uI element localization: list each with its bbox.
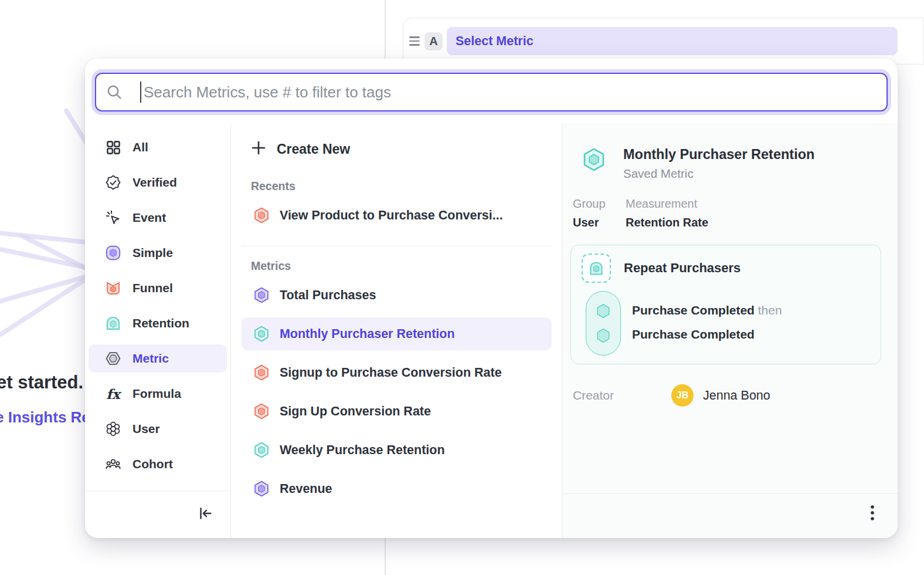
recent-item-label: View Product to Purchase Conversi... — [280, 208, 503, 223]
create-new-button[interactable]: Create New — [242, 131, 552, 167]
plus-icon — [251, 140, 266, 158]
metric-hexagon-icon — [253, 402, 270, 420]
sidebar-item-funnel[interactable]: Funnel — [89, 274, 227, 302]
metric-item-total-purchases[interactable]: Total Purchases — [242, 279, 552, 312]
metric-item-label: Signup to Purchase Conversion Rate — [280, 366, 502, 380]
group-label: Group — [573, 197, 626, 211]
metric-item-monthly-purchaser-retention[interactable]: Monthly Purchaser Retention — [242, 317, 552, 350]
sidebar-item-label: Event — [133, 211, 166, 225]
user-cluster-icon — [104, 420, 122, 438]
collapse-sidebar-button[interactable] — [196, 505, 214, 525]
search-icon — [106, 83, 123, 103]
sidebar-item-label: Verified — [133, 175, 177, 190]
sidebar-item-verified[interactable]: Verified — [89, 168, 227, 197]
retention-steps-pill — [586, 291, 621, 356]
sidebar-item-label: Metric — [133, 351, 169, 366]
retention-definition-icon — [582, 253, 611, 283]
metric-item-revenue[interactable]: Revenue — [242, 472, 552, 505]
metric-picker-modal: All Verified — [85, 59, 898, 538]
metric-hexagon-icon — [253, 286, 270, 304]
creator-label: Creator — [573, 388, 661, 402]
sidebar-item-all[interactable]: All — [89, 133, 227, 161]
definition-step-1: Purchase Completed then — [632, 303, 782, 317]
funnel-hexagon-icon — [253, 207, 270, 224]
filter-sidebar: All Verified — [85, 123, 231, 538]
definition-step-2: Purchase Completed — [632, 327, 755, 341]
creator-avatar: JB — [671, 384, 694, 407]
sidebar-item-label: User — [133, 422, 160, 436]
select-metric-button[interactable]: Select Metric — [447, 27, 898, 55]
recent-item[interactable]: View Product to Purchase Conversi... — [242, 199, 552, 232]
sidebar-item-simple[interactable]: Simple — [89, 239, 227, 267]
detail-type: Saved Metric — [623, 167, 814, 181]
metric-item-label: Total Purchases — [280, 288, 376, 303]
sidebar-item-label: All — [133, 140, 148, 154]
sidebar-item-label: Cohort — [133, 457, 173, 471]
sidebar-item-label: Funnel — [133, 281, 173, 295]
series-a-badge: A — [424, 32, 443, 50]
simple-report-icon — [104, 244, 122, 262]
definition-name: Repeat Purchasers — [624, 261, 740, 276]
background-insights-link-fragment[interactable]: e Insights Re — [0, 408, 90, 427]
metric-hexagon-icon — [253, 441, 270, 459]
kebab-menu-button[interactable] — [869, 503, 875, 529]
verified-badge-icon — [104, 174, 122, 191]
metric-bar-card: A Select Metric — [403, 18, 924, 65]
metric-item-label: Sign Up Conversion Rate — [280, 404, 431, 419]
sidebar-item-cohort[interactable]: Cohort — [89, 450, 227, 478]
metric-item-label: Monthly Purchaser Retention — [280, 327, 455, 341]
step-hexagon-icon — [595, 302, 612, 320]
formula-icon: fx — [104, 385, 122, 402]
detail-title: Monthly Purchaser Retention — [623, 147, 814, 163]
sidebar-item-user[interactable]: User — [89, 415, 227, 443]
retention-report-icon — [104, 314, 122, 332]
section-divider — [242, 246, 552, 246]
text-caret — [140, 82, 141, 103]
sidebar-item-label: Retention — [133, 316, 189, 330]
drag-handle-icon[interactable] — [409, 36, 420, 45]
measurement-label: Measurement — [626, 197, 708, 211]
metric-hexagon-icon — [253, 364, 270, 381]
metric-hexagon-icon — [253, 325, 270, 343]
sidebar-item-metric[interactable]: Metric — [89, 344, 227, 373]
sidebar-item-label: Simple — [133, 246, 173, 260]
group-value: User — [573, 216, 626, 229]
event-cursor-icon — [104, 209, 122, 226]
create-new-label: Create New — [277, 141, 350, 157]
metric-item-label: Weekly Purchase Retention — [280, 443, 445, 458]
cohort-people-icon — [104, 455, 122, 473]
creator-name: Jenna Bono — [703, 388, 770, 403]
background-deco-line — [0, 227, 88, 245]
definition-card: Repeat Purchasers Purchase Completed the… — [570, 245, 881, 364]
funnel-report-icon — [104, 279, 122, 297]
measurement-value: Retention Rate — [626, 216, 708, 229]
metric-icon — [104, 350, 122, 367]
metric-item-signup-to-purchase-conversion-rate[interactable]: Signup to Purchase Conversion Rate — [242, 356, 552, 389]
grid-icon — [104, 138, 122, 156]
search-box — [95, 73, 888, 111]
metric-detail-panel: Monthly Purchaser Retention Saved Metric… — [562, 123, 898, 538]
metric-item-label: Revenue — [280, 482, 332, 496]
sidebar-item-event[interactable]: Event — [89, 204, 227, 232]
search-input[interactable] — [95, 73, 888, 111]
background-headline-fragment: et started. — [0, 372, 83, 393]
metric-list-panel: Create New Recents View Product to Purch… — [231, 123, 562, 538]
metric-hexagon-icon-large — [581, 147, 607, 181]
recents-heading: Recents — [242, 180, 552, 193]
step-hexagon-icon — [595, 327, 612, 344]
then-connector: then — [758, 303, 782, 317]
sidebar-item-label: Formula — [133, 387, 181, 401]
metric-item-weekly-purchase-retention[interactable]: Weekly Purchase Retention — [242, 434, 552, 466]
metric-hexagon-icon — [253, 480, 270, 498]
metrics-heading: Metrics — [242, 259, 552, 273]
sidebar-item-retention[interactable]: Retention — [89, 309, 227, 337]
sidebar-item-formula[interactable]: fx Formula — [89, 380, 227, 408]
metric-item-sign-up-conversion-rate[interactable]: Sign Up Conversion Rate — [242, 395, 552, 428]
